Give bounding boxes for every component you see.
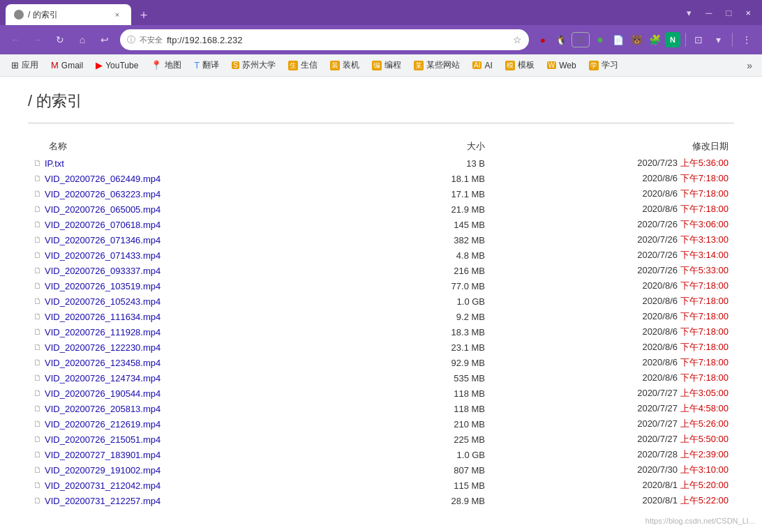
close-button[interactable]: × [740, 5, 756, 21]
minimize-button[interactable]: ─ [700, 5, 717, 21]
extensions-dropdown-button[interactable]: ▾ [708, 30, 728, 50]
web-icon: W [547, 61, 556, 69]
not-secure-label: 不安全 [140, 35, 163, 45]
file-link[interactable]: 🗋VID_20200731_212257.mp4 [33, 496, 364, 506]
file-link[interactable]: 🗋VID_20200726_111634.mp4 [33, 312, 364, 322]
bm-gmail-label: Gmail [61, 61, 83, 70]
ext-crop-icon[interactable]: ⊡ [691, 32, 706, 47]
file-icon: 🗋 [33, 373, 42, 383]
file-icon: 🗋 [33, 266, 42, 275]
active-tab[interactable]: / 的索引 × [6, 4, 131, 25]
back-button[interactable]: ← [6, 30, 25, 50]
file-link[interactable]: 🗋VID_20200726_063223.mp4 [33, 189, 364, 199]
bm-web-label: Web [559, 61, 576, 70]
file-link[interactable]: 🗋VID_20200726_205813.mp4 [33, 404, 364, 414]
tab-close-button[interactable]: × [112, 9, 123, 20]
ext-n-icon[interactable]: N [665, 32, 680, 47]
file-date-cell: 2020/8/6 下午7:18:00 [491, 294, 734, 309]
file-name-cell: 🗋VID_20200726_122230.mp4 [28, 340, 369, 355]
ext-red-circle[interactable]: ● [535, 32, 551, 47]
file-link[interactable]: 🗋VID_20200731_212042.mp4 [33, 480, 364, 491]
file-link[interactable]: 🗋VID_20200726_124734.mp4 [33, 373, 364, 383]
file-link[interactable]: 🗋VID_20200726_122230.mp4 [33, 342, 364, 353]
file-name-cell: 🗋VID_20200731_212257.mp4 [28, 493, 369, 508]
bookmarks-more-button[interactable]: » [742, 57, 756, 74]
bm-suzhou[interactable]: S 苏州大学 [226, 56, 281, 74]
file-time: 下午7:18:00 [680, 204, 729, 214]
file-icon: 🗋 [33, 312, 42, 321]
table-row: 🗋VID_20200731_212042.mp4115 MB2020/8/1 上… [28, 478, 734, 493]
bm-ai[interactable]: AI AI [467, 58, 498, 73]
bookmarks-bar: ⊞ 应用 M Gmail ▶ YouTube 📍 地图 T 翻译 S 苏州大学 … [0, 54, 762, 77]
address-bar[interactable]: ⓘ 不安全 ☆ [120, 29, 529, 50]
bm-study[interactable]: 学 学习 [583, 56, 624, 74]
bm-install[interactable]: 装 装机 [324, 56, 365, 74]
forward-button[interactable]: → [28, 30, 47, 50]
file-date-cell: 2020/7/30 上午3:10:00 [491, 462, 734, 478]
bm-gmail[interactable]: M Gmail [45, 57, 89, 73]
table-row: 🗋VID_20200726_215051.mp4225 MB2020/7/27 … [28, 432, 734, 447]
file-link[interactable]: 🗋VID_20200726_062449.mp4 [33, 174, 364, 184]
file-link[interactable]: 🗋VID_20200726_103519.mp4 [33, 281, 364, 291]
file-link[interactable]: 🗋VID_20200726_212619.mp4 [33, 419, 364, 430]
file-date-cell: 2020/7/23 上午5:36:00 [491, 155, 734, 171]
file-time: 下午7:18:00 [680, 296, 729, 306]
ext-blue-icon[interactable]: 🐧 [553, 32, 569, 47]
bm-code[interactable]: 编 编程 [366, 56, 407, 74]
bm-apps[interactable]: ⊞ 应用 [6, 56, 44, 74]
refresh-button[interactable]: ↻ [50, 30, 70, 50]
file-link[interactable]: 🗋IP.txt [33, 158, 364, 169]
file-time: 下午3:14:00 [680, 250, 729, 260]
file-link[interactable]: 🗋VID_20200726_111928.mp4 [33, 327, 364, 337]
bookmark-star-icon[interactable]: ☆ [513, 34, 522, 45]
file-link[interactable]: 🗋VID_20200726_123458.mp4 [33, 358, 364, 368]
file-size-cell: 1.0 GB [369, 447, 491, 462]
restore-button[interactable]: □ [721, 5, 738, 21]
bm-sites[interactable]: 某 某些网站 [408, 56, 465, 74]
file-time: 上午5:50:00 [680, 434, 729, 444]
menu-button[interactable]: ⋮ [737, 30, 756, 50]
bm-ai-label: AI [484, 61, 492, 70]
file-link[interactable]: 🗋VID_20200727_183901.mp4 [33, 450, 364, 460]
file-link[interactable]: 🗋VID_20200726_065005.mp4 [33, 204, 364, 215]
file-date-cell: 2020/8/6 下午7:18:00 [491, 309, 734, 324]
ext-pdf-icon[interactable]: 📄 [611, 32, 626, 47]
bm-suzhou-label: 苏州大学 [242, 59, 276, 71]
file-size-cell: 807 MB [369, 462, 491, 478]
bm-web[interactable]: W Web [541, 58, 582, 73]
table-row: 🗋VID_20200726_124734.mp4535 MB2020/8/6 下… [28, 370, 734, 386]
file-name-cell: 🗋VID_20200726_062449.mp4 [28, 171, 369, 186]
bm-map[interactable]: 📍 地图 [145, 56, 187, 74]
dropdown-button[interactable]: ▾ [681, 5, 697, 21]
ext-puzzle-icon[interactable]: 🧩 [647, 32, 662, 47]
file-time: 下午7:18:00 [680, 326, 729, 337]
ext-scan-icon[interactable]: ⊡ [572, 32, 590, 47]
file-link[interactable]: 🗋VID_20200729_191002.mp4 [33, 465, 364, 476]
file-link[interactable]: 🗋VID_20200726_071433.mp4 [33, 250, 364, 261]
bm-sixin[interactable]: 生 生信 [283, 56, 323, 74]
undo-url-button[interactable]: ↩ [95, 30, 114, 50]
file-time: 下午5:33:00 [680, 265, 729, 275]
bm-apps-label: 应用 [22, 59, 38, 71]
file-link[interactable]: 🗋VID_20200726_190544.mp4 [33, 388, 364, 399]
file-time: 下午7:18:00 [680, 311, 729, 321]
file-link[interactable]: 🗋VID_20200726_093337.mp4 [33, 266, 364, 276]
file-link[interactable]: 🗋VID_20200726_215051.mp4 [33, 434, 364, 445]
file-link[interactable]: 🗋VID_20200726_105243.mp4 [33, 296, 364, 307]
home-button[interactable]: ⌂ [73, 30, 92, 50]
file-icon: 🗋 [33, 450, 42, 459]
table-row: 🗋VID_20200726_111634.mp49.2 MB2020/8/6 下… [28, 309, 734, 324]
file-size-cell: 77.0 MB [369, 278, 491, 294]
ext-green-icon[interactable]: ● [592, 32, 608, 47]
file-link[interactable]: 🗋VID_20200726_071346.mp4 [33, 235, 364, 245]
file-name-cell: 🗋IP.txt [28, 155, 369, 171]
new-tab-button[interactable]: + [134, 6, 154, 25]
address-input[interactable] [167, 35, 509, 45]
file-size-cell: 1.0 GB [369, 294, 491, 309]
file-size-cell: 382 MB [369, 232, 491, 248]
ext-bear-icon[interactable]: 🐻 [629, 32, 644, 47]
bm-youtube[interactable]: ▶ YouTube [90, 57, 144, 73]
bm-template[interactable]: 模 模板 [500, 56, 540, 74]
file-link[interactable]: 🗋VID_20200726_070618.mp4 [33, 220, 364, 230]
bm-translate[interactable]: T 翻译 [188, 56, 225, 74]
